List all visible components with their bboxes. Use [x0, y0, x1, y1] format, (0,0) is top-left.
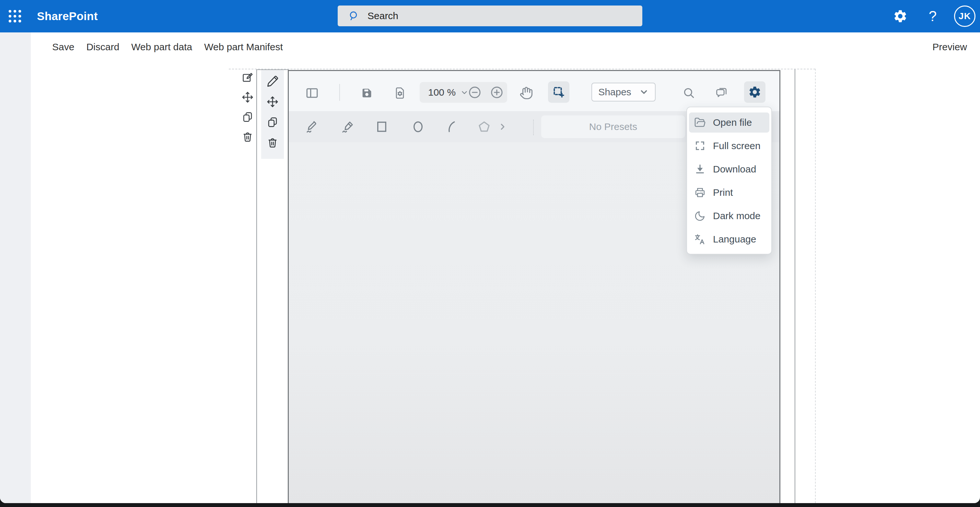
editor-toolbar: 100 % [289, 71, 780, 111]
sidebar-toggle-icon [305, 86, 319, 100]
trash-icon [242, 131, 254, 143]
zoom-level-dropdown[interactable]: 100 % [428, 82, 469, 103]
selection-tool-button[interactable] [548, 81, 570, 103]
settings-menu: Open file Full screen Download Print [686, 107, 772, 255]
edit-tool-button[interactable] [265, 74, 280, 89]
account-avatar[interactable]: JK [953, 0, 976, 32]
menu-item-language[interactable]: Language [689, 229, 769, 249]
help-glyph: ? [929, 8, 937, 24]
fullscreen-icon [694, 140, 706, 152]
menu-item-download[interactable]: Download [689, 159, 769, 179]
zoom-out-button[interactable] [464, 82, 486, 103]
editor-settings-button[interactable] [744, 81, 765, 103]
download-icon [694, 163, 706, 175]
minus-circle-icon [468, 86, 482, 99]
presets-field[interactable]: No Presets [541, 115, 685, 138]
menu-item-full-screen[interactable]: Full screen [689, 136, 769, 156]
search-tool-button[interactable] [679, 83, 699, 103]
zoom-level-value: 100 % [428, 87, 456, 98]
left-rail [0, 32, 31, 503]
more-shapes-button[interactable] [496, 118, 509, 136]
duplicate-icon [266, 116, 279, 128]
marker-tool-button[interactable] [339, 118, 357, 136]
move-icon [266, 96, 279, 108]
menu-item-print[interactable]: Print [689, 182, 769, 202]
menu-item-label: Language [713, 234, 756, 245]
toolbar-divider [339, 84, 340, 101]
section-outline-top [229, 69, 815, 69]
webpart-hover-toolbar [240, 70, 255, 144]
chevron-right-icon [498, 122, 508, 132]
marker-squiggle-icon [341, 120, 355, 134]
rectangle-tool-button[interactable] [373, 118, 391, 136]
dark-mode-icon [694, 210, 706, 222]
rectangle-icon [375, 120, 388, 134]
polygon-tool-button[interactable] [475, 118, 493, 136]
zoom-in-button[interactable] [486, 82, 508, 103]
command-save[interactable]: Save [52, 41, 74, 53]
column-divider-right [795, 69, 795, 503]
edit-square-icon [242, 71, 254, 84]
move-webpart-button[interactable] [240, 90, 255, 104]
pen-squiggle-icon [305, 120, 320, 134]
header-settings-button[interactable] [889, 0, 912, 32]
command-discard[interactable]: Discard [86, 41, 119, 53]
menu-item-label: Full screen [713, 140, 760, 151]
app-title: SharePoint [37, 0, 98, 32]
hand-icon [520, 86, 533, 100]
presets-placeholder: No Presets [589, 121, 637, 132]
command-preview[interactable]: Preview [932, 32, 967, 62]
ellipse-icon [411, 120, 425, 134]
search-icon [682, 86, 696, 100]
move-icon [242, 91, 254, 104]
suite-header: SharePoint ? JK [0, 0, 980, 32]
command-web-part-manifest[interactable]: Web part Manifest [204, 41, 283, 53]
arc-icon [445, 120, 458, 134]
save-floppy-icon [360, 86, 373, 99]
zoom-controls: 100 % [420, 82, 507, 103]
comment-bubbles-icon [714, 86, 728, 100]
pentagon-icon [477, 120, 491, 134]
chevron-down-icon [639, 87, 649, 97]
section-outline-right [815, 69, 816, 503]
edit-webpart-button[interactable] [240, 70, 255, 84]
hand-tool-button[interactable] [517, 83, 536, 103]
ellipse-tool-button[interactable] [409, 118, 427, 136]
delete-webpart-button[interactable] [240, 130, 255, 144]
menu-item-open-file[interactable]: Open file [689, 113, 769, 132]
shapes-dropdown[interactable]: Shapes [592, 83, 655, 102]
menu-item-label: Download [713, 164, 756, 175]
file-properties-button[interactable] [390, 83, 410, 103]
pen-tool-button[interactable] [303, 118, 321, 136]
pencil-icon [266, 75, 279, 88]
app-launcher-button[interactable] [5, 6, 25, 27]
menu-item-label: Print [713, 187, 733, 198]
search-box[interactable] [338, 5, 642, 26]
move-tool-button[interactable] [265, 94, 280, 109]
shapes-dropdown-label: Shapes [598, 86, 631, 97]
waffle-icon [6, 8, 23, 25]
save-file-button[interactable] [357, 83, 377, 103]
gear-icon [748, 85, 762, 99]
print-icon [694, 187, 706, 198]
duplicate-icon [242, 111, 254, 123]
trash-icon [266, 137, 279, 149]
help-button[interactable]: ? [922, 0, 943, 32]
plus-circle-icon [490, 86, 504, 99]
menu-item-dark-mode[interactable]: Dark mode [689, 206, 769, 226]
open-file-icon [694, 117, 706, 128]
duplicate-webpart-button[interactable] [240, 110, 255, 124]
arc-tool-button[interactable] [443, 118, 461, 136]
selection-marquee-icon [552, 86, 565, 99]
delete-tool-button[interactable] [265, 135, 280, 150]
language-icon [694, 233, 706, 245]
comments-button[interactable] [712, 83, 731, 103]
search-icon [348, 10, 360, 22]
avatar-initials: JK [954, 5, 975, 27]
toolbar-divider [533, 120, 534, 135]
gear-icon [893, 9, 908, 24]
command-web-part-data[interactable]: Web part data [131, 41, 192, 53]
duplicate-tool-button[interactable] [265, 115, 280, 130]
sidebar-toggle-button[interactable] [302, 83, 322, 103]
search-input[interactable] [367, 10, 642, 22]
